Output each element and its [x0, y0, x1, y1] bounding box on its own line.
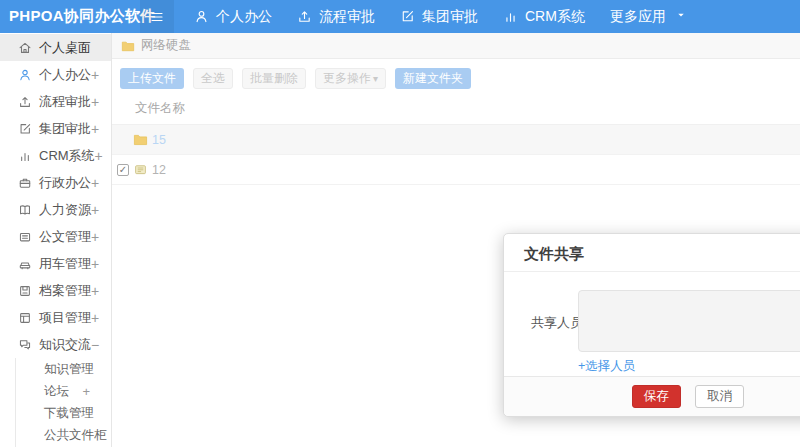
- more-actions-button[interactable]: 更多操作▾: [315, 68, 386, 89]
- top-nav: 个人办公流程审批集团审批CRM系统更多应用: [194, 8, 690, 26]
- chart-icon: [18, 149, 32, 163]
- breadcrumb: 网络硬盘: [112, 33, 800, 59]
- file-row[interactable]: ✓12: [112, 155, 800, 185]
- sidebar-item-workflow-approval[interactable]: 流程审批+: [0, 88, 111, 115]
- row-checkbox[interactable]: ✓: [117, 164, 129, 176]
- doc-icon: [18, 230, 32, 244]
- expand-toggle-icon[interactable]: +: [91, 94, 99, 110]
- dialog-footer: 保存 取消: [504, 376, 800, 416]
- expand-toggle-icon[interactable]: +: [91, 310, 99, 326]
- expand-toggle-icon[interactable]: +: [91, 67, 99, 83]
- breadcrumb-label: 网络硬盘: [141, 37, 191, 54]
- nav-item-personal-office[interactable]: 个人办公: [194, 8, 272, 26]
- file-name[interactable]: 12: [152, 163, 166, 177]
- edit-icon: [18, 122, 32, 136]
- zip-file-icon: [133, 162, 148, 177]
- sidebar-item-document-management[interactable]: 公文管理+: [0, 223, 111, 250]
- expand-toggle-icon[interactable]: −: [91, 337, 99, 353]
- expand-toggle-icon[interactable]: +: [91, 229, 99, 245]
- nav-item-crm-system[interactable]: CRM系统: [503, 8, 585, 26]
- choose-members-link[interactable]: +选择人员: [578, 358, 635, 375]
- file-row[interactable]: 15: [112, 125, 800, 155]
- sidebar-subitem-knowledge-management[interactable]: 知识管理: [16, 358, 111, 380]
- expand-toggle-icon[interactable]: +: [91, 202, 99, 218]
- file-name-column-header: 文件名称: [112, 89, 800, 125]
- file-name[interactable]: 15: [152, 133, 166, 147]
- caret-down-icon: ▾: [373, 73, 378, 84]
- file-toolbar: 上传文件全选批量删除更多操作▾新建文件夹: [112, 59, 800, 89]
- cancel-button[interactable]: 取消: [695, 385, 744, 408]
- user-icon: [194, 9, 209, 24]
- sidebar-item-admin-office[interactable]: 行政办公+: [0, 169, 111, 196]
- upload-file-button[interactable]: 上传文件: [120, 68, 184, 89]
- sidebar-item-archive-management[interactable]: 档案管理+: [0, 277, 111, 304]
- sidebar-item-human-resources[interactable]: 人力资源+: [0, 196, 111, 223]
- nav-item-workflow-approval[interactable]: 流程审批: [297, 8, 375, 26]
- dialog-body: 共享人员 +选择人员: [504, 272, 800, 378]
- chart-icon: [503, 9, 518, 24]
- hamburger-menu-button[interactable]: [140, 0, 174, 33]
- expand-toggle-icon[interactable]: +: [95, 148, 103, 164]
- dialog-header: 文件共享: [504, 234, 800, 272]
- sidebar-subitem-download-management[interactable]: 下载管理: [16, 402, 111, 424]
- flow-icon: [297, 9, 312, 24]
- sidebar-item-crm-system[interactable]: CRM系统+: [0, 142, 111, 169]
- user-icon: [18, 68, 32, 82]
- car-icon: [18, 257, 32, 271]
- batch-delete-button[interactable]: 批量删除: [242, 68, 306, 89]
- sidebar-item-project-management[interactable]: 项目管理+: [0, 304, 111, 331]
- briefcase-icon: [18, 176, 32, 190]
- new-folder-button[interactable]: 新建文件夹: [395, 68, 471, 89]
- app-logo: PHPOA协同办公软件: [0, 7, 140, 26]
- nav-item-more-apps[interactable]: 更多应用: [610, 8, 690, 26]
- expand-toggle-icon[interactable]: +: [91, 283, 99, 299]
- flow-icon: [18, 95, 32, 109]
- sidebar-item-group-approval[interactable]: 集团审批+: [0, 115, 111, 142]
- select-all-button[interactable]: 全选: [193, 68, 233, 89]
- home-icon: [18, 41, 32, 55]
- folder-icon: [121, 39, 135, 53]
- sidebar: 个人桌面个人办公+流程审批+集团审批+CRM系统+行政办公+人力资源+公文管理+…: [0, 33, 112, 447]
- caret-down-icon: [675, 9, 690, 24]
- sidebar-item-personal-desktop[interactable]: 个人桌面: [0, 34, 111, 61]
- folder-icon: [133, 132, 148, 147]
- file-list: 15✓12: [112, 125, 800, 185]
- archive-icon: [18, 284, 32, 298]
- chat-icon: [18, 338, 32, 352]
- share-members-label: 共享人员: [531, 314, 583, 332]
- project-icon: [18, 311, 32, 325]
- save-button[interactable]: 保存: [632, 385, 681, 408]
- nav-item-group-approval[interactable]: 集团审批: [400, 8, 478, 26]
- sidebar-item-vehicle-management[interactable]: 用车管理+: [0, 250, 111, 277]
- file-share-dialog: 文件共享 共享人员 +选择人员 保存 取消: [503, 233, 800, 417]
- edit-icon: [400, 9, 415, 24]
- expand-toggle-icon[interactable]: +: [91, 256, 99, 272]
- expand-toggle-icon[interactable]: +: [91, 175, 99, 191]
- submenu-knowledge-exchange: 知识管理论坛+下载管理公共文件柜网络硬盘: [15, 358, 111, 447]
- sidebar-subitem-public-file-cabinet[interactable]: 公共文件柜: [16, 424, 111, 446]
- topbar: PHPOA协同办公软件 个人办公流程审批集团审批CRM系统更多应用: [0, 0, 800, 33]
- sidebar-item-personal-office[interactable]: 个人办公+: [0, 61, 111, 88]
- sidebar-item-knowledge-exchange[interactable]: 知识交流−: [0, 331, 111, 358]
- sidebar-subitem-forum[interactable]: 论坛+: [16, 380, 111, 402]
- share-members-input[interactable]: [578, 290, 800, 352]
- book-icon: [18, 203, 32, 217]
- hamburger-icon: [149, 9, 165, 25]
- expand-toggle-icon[interactable]: +: [91, 121, 99, 137]
- dialog-title: 文件共享: [524, 245, 584, 262]
- expand-toggle-icon[interactable]: +: [82, 384, 90, 399]
